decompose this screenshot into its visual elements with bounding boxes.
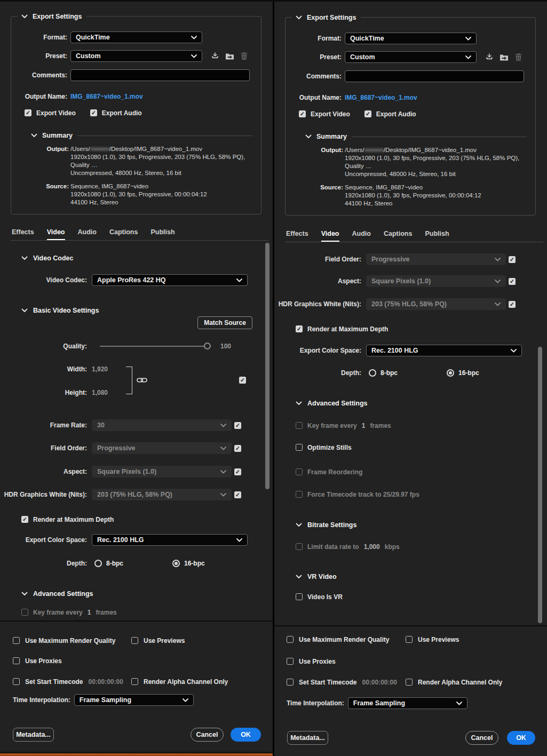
metadata-button[interactable]: Metadata... bbox=[287, 731, 328, 745]
render-max-depth-checkbox[interactable] bbox=[21, 516, 28, 523]
export-video-checkbox[interactable] bbox=[299, 110, 306, 117]
comments-input[interactable] bbox=[345, 70, 524, 82]
hdr-white-dropdown[interactable]: 203 (75% HLG, 58% PQ) bbox=[92, 489, 232, 500]
export-color-space-dropdown[interactable]: Rec. 2100 HLG bbox=[92, 534, 248, 546]
time-interpolation-dropdown[interactable]: Frame Sampling bbox=[348, 697, 467, 709]
render-alpha-checkbox[interactable] bbox=[406, 679, 413, 686]
field-order-dropdown[interactable]: Progressive bbox=[366, 253, 506, 265]
ok-button[interactable]: OK bbox=[507, 731, 535, 745]
save-preset-icon[interactable] bbox=[210, 51, 220, 61]
basic-video-settings-header[interactable]: Basic Video Settings bbox=[21, 306, 99, 315]
tab-audio[interactable]: Audio bbox=[78, 228, 97, 240]
height-value[interactable]: 1,080 bbox=[92, 389, 108, 396]
tab-effects[interactable]: Effects bbox=[12, 228, 34, 240]
preset-dropdown[interactable]: Custom bbox=[345, 51, 477, 63]
timecode-value[interactable]: 00:00:00:00 bbox=[88, 678, 123, 686]
hdr-white-override-checkbox[interactable] bbox=[234, 491, 241, 498]
width-value[interactable]: 1,920 bbox=[92, 365, 108, 373]
use-max-render-quality-checkbox[interactable] bbox=[13, 637, 20, 644]
output-name-link[interactable]: IMG_8687~video_1.mov bbox=[70, 93, 143, 100]
cancel-button[interactable]: Cancel bbox=[191, 728, 224, 742]
limit-data-rate-checkbox[interactable] bbox=[296, 543, 303, 550]
aspect-override-checkbox[interactable] bbox=[509, 278, 516, 285]
export-settings-header[interactable]: Export Settings bbox=[18, 12, 86, 21]
import-preset-icon[interactable] bbox=[225, 51, 234, 61]
vr-video-header[interactable]: VR Video bbox=[296, 572, 337, 581]
tab-captions[interactable]: Captions bbox=[384, 230, 412, 242]
dimensions-override-checkbox[interactable] bbox=[239, 377, 246, 384]
keyframe-value[interactable]: 1 bbox=[362, 422, 366, 429]
ok-button[interactable]: OK bbox=[231, 728, 261, 742]
bitrate-settings-header[interactable]: Bitrate Settings bbox=[296, 521, 356, 529]
aspect-dropdown[interactable]: Square Pixels (1.0) bbox=[366, 275, 506, 287]
limit-data-rate-value[interactable]: 1,000 bbox=[364, 543, 380, 551]
render-alpha-checkbox[interactable] bbox=[131, 678, 138, 685]
depth-16bpc-radio[interactable] bbox=[447, 369, 454, 377]
timecode-value[interactable]: 00:00:00:00 bbox=[362, 679, 397, 686]
force-timecode-checkbox[interactable] bbox=[296, 491, 303, 498]
output-name-link[interactable]: IMG_8687~video_1.mov bbox=[345, 94, 417, 101]
save-preset-icon[interactable] bbox=[485, 52, 494, 62]
delete-preset-icon[interactable] bbox=[513, 52, 523, 62]
depth-8bpc-radio[interactable] bbox=[369, 369, 376, 377]
tab-effects[interactable]: Effects bbox=[286, 230, 308, 242]
metadata-button[interactable]: Metadata... bbox=[13, 728, 54, 742]
field-order-override-checkbox[interactable] bbox=[509, 256, 516, 263]
set-start-timecode-checkbox[interactable] bbox=[287, 679, 294, 686]
export-settings-header[interactable]: Export Settings bbox=[292, 13, 361, 22]
hdr-white-override-checkbox[interactable] bbox=[509, 301, 516, 308]
field-order-override-checkbox[interactable] bbox=[234, 445, 241, 452]
frame-rate-override-checkbox[interactable] bbox=[234, 422, 241, 429]
aspect-override-checkbox[interactable] bbox=[234, 468, 241, 475]
tab-audio[interactable]: Audio bbox=[352, 230, 371, 242]
set-start-timecode-checkbox[interactable] bbox=[13, 678, 20, 685]
comments-input[interactable] bbox=[70, 69, 250, 81]
cancel-button[interactable]: Cancel bbox=[465, 731, 498, 745]
keyframe-checkbox[interactable] bbox=[21, 609, 28, 616]
summary-header[interactable]: Summary bbox=[305, 133, 527, 140]
advanced-settings-header[interactable]: Advanced Settings bbox=[21, 590, 93, 598]
optimize-stills-checkbox[interactable] bbox=[296, 444, 303, 451]
scrollbar-thumb[interactable] bbox=[265, 243, 269, 489]
format-dropdown[interactable]: QuickTime bbox=[70, 31, 202, 43]
export-audio-checkbox[interactable] bbox=[90, 109, 97, 116]
match-source-button[interactable]: Match Source bbox=[197, 316, 252, 329]
preset-dropdown[interactable]: Custom bbox=[70, 50, 202, 62]
frame-reordering-checkbox[interactable] bbox=[296, 468, 303, 475]
keyframe-value[interactable]: 1 bbox=[88, 609, 91, 616]
tab-video[interactable]: Video bbox=[321, 230, 339, 242]
render-max-depth-checkbox[interactable] bbox=[296, 325, 303, 332]
tab-publish[interactable]: Publish bbox=[425, 230, 449, 242]
scrollbar-thumb[interactable] bbox=[538, 347, 542, 623]
frame-rate-dropdown[interactable]: 30 bbox=[92, 419, 232, 431]
hdr-white-dropdown[interactable]: 203 (75% HLG, 58% PQ) bbox=[366, 298, 506, 310]
delete-preset-icon[interactable] bbox=[239, 51, 249, 61]
field-order-dropdown[interactable]: Progressive bbox=[92, 442, 232, 454]
depth-8bpc-radio[interactable] bbox=[94, 560, 102, 567]
video-codec-section-header[interactable]: Video Codec bbox=[21, 254, 73, 262]
advanced-settings-header[interactable]: Advanced Settings bbox=[296, 399, 368, 408]
depth-16bpc-radio[interactable] bbox=[172, 560, 180, 567]
export-audio-checkbox[interactable] bbox=[364, 110, 371, 117]
aspect-dropdown[interactable]: Square Pixels (1.0) bbox=[92, 466, 232, 478]
export-color-space-dropdown[interactable]: Rec. 2100 HLG bbox=[366, 345, 522, 356]
tab-video[interactable]: Video bbox=[47, 228, 65, 240]
use-previews-checkbox[interactable] bbox=[406, 636, 413, 643]
format-dropdown[interactable]: QuickTime bbox=[345, 33, 477, 44]
summary-header[interactable]: Summary bbox=[31, 132, 252, 139]
video-codec-dropdown[interactable]: Apple ProRes 422 HQ bbox=[92, 274, 248, 286]
use-proxies-checkbox[interactable] bbox=[13, 657, 20, 664]
import-preset-icon[interactable] bbox=[499, 52, 509, 62]
slider-handle[interactable] bbox=[204, 343, 211, 349]
tab-publish[interactable]: Publish bbox=[150, 228, 175, 240]
use-max-render-quality-checkbox[interactable] bbox=[287, 636, 294, 643]
export-video-checkbox[interactable] bbox=[25, 109, 31, 116]
tab-captions[interactable]: Captions bbox=[109, 228, 138, 240]
keyframe-checkbox[interactable] bbox=[296, 422, 303, 429]
time-interpolation-dropdown[interactable]: Frame Sampling bbox=[74, 694, 194, 706]
use-previews-checkbox[interactable] bbox=[131, 637, 138, 644]
video-is-vr-checkbox[interactable] bbox=[296, 593, 303, 600]
quality-slider[interactable] bbox=[100, 343, 208, 350]
link-dimensions-icon[interactable] bbox=[137, 376, 147, 386]
use-proxies-checkbox[interactable] bbox=[287, 658, 294, 665]
